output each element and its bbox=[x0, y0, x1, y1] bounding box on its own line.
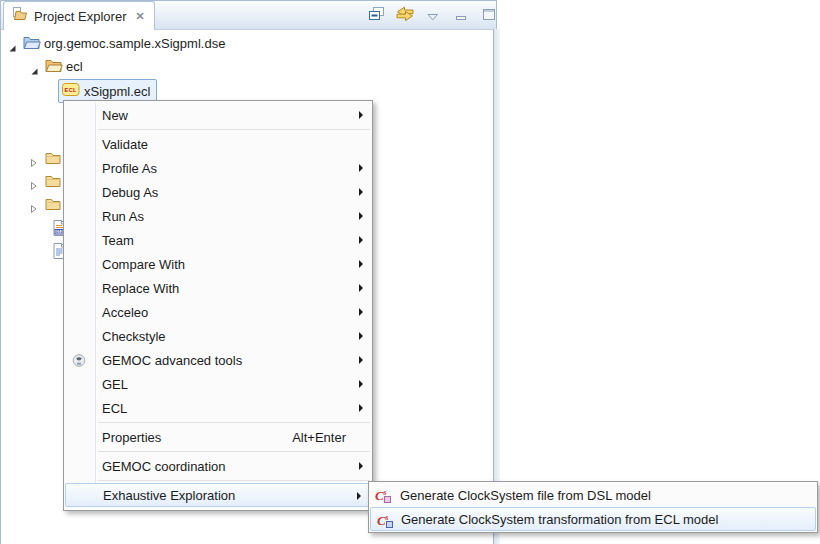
collapsed-arrow-icon[interactable] bbox=[30, 154, 38, 172]
menu-item-debug-as[interactable]: Debug As bbox=[64, 180, 372, 204]
gemoc-icon bbox=[72, 353, 86, 371]
minimize-icon bbox=[456, 7, 467, 25]
menu-item-gemoc-advanced-tools[interactable]: GEMOC advanced tools bbox=[64, 348, 372, 372]
submenu-item-label: Generate ClockSystem transformation from… bbox=[401, 512, 718, 527]
tree-item-xsigpml-ecl[interactable]: ECLxSigpml.ecl bbox=[1, 79, 496, 101]
menu-item-label: GEMOC coordination bbox=[102, 459, 226, 474]
submenu-arrow-icon bbox=[359, 236, 363, 244]
submenu-arrow-icon bbox=[359, 260, 363, 268]
ecl-file-icon: ECL bbox=[62, 82, 80, 100]
menu-item-label: Properties bbox=[102, 430, 161, 445]
menu-item-checkstyle[interactable]: Checkstyle bbox=[64, 324, 372, 348]
menu-item-properties[interactable]: PropertiesAlt+Enter bbox=[64, 425, 372, 449]
link-with-editor-button[interactable] bbox=[395, 6, 415, 26]
view-menu-button[interactable] bbox=[423, 6, 443, 26]
menu-separator bbox=[98, 451, 370, 452]
submenu-item-generate-clocksystem-transformation-from-ecl-model[interactable]: CsGenerate ClockSystem transformation fr… bbox=[370, 507, 816, 531]
exhaustive-exploration-submenu: CsGenerate ClockSystem file from DSL mod… bbox=[368, 481, 818, 533]
menu-item-label: Compare With bbox=[102, 257, 185, 272]
project-folder-icon bbox=[23, 36, 41, 54]
collapse-all-button[interactable] bbox=[367, 6, 387, 26]
menu-item-label: Validate bbox=[102, 137, 148, 152]
submenu-item-label: Generate ClockSystem file from DSL model bbox=[400, 488, 651, 503]
menu-item-profile-as[interactable]: Profile As bbox=[64, 156, 372, 180]
collapsed-arrow-icon[interactable] bbox=[30, 177, 38, 195]
menu-item-label: Checkstyle bbox=[102, 329, 166, 344]
tree-item-label: ecl bbox=[66, 59, 83, 74]
submenu-arrow-icon bbox=[359, 164, 363, 172]
closed-folder-icon bbox=[45, 174, 61, 192]
submenu-arrow-icon bbox=[359, 332, 363, 340]
menu-item-acceleo[interactable]: Acceleo bbox=[64, 300, 372, 324]
svg-text:s: s bbox=[383, 488, 387, 497]
submenu-arrow-icon bbox=[359, 111, 363, 119]
link-editor-icon bbox=[395, 6, 415, 26]
menu-item-new[interactable]: New bbox=[64, 103, 372, 127]
menu-item-label: GEL bbox=[102, 377, 128, 392]
menu-item-gemoc-coordination[interactable]: GEMOC coordination bbox=[64, 454, 372, 478]
menu-item-label: Acceleo bbox=[102, 305, 148, 320]
submenu-arrow-icon bbox=[359, 308, 363, 316]
workbench: Project Explorer ✕ org.gemoc.sample.xSig… bbox=[0, 0, 820, 544]
tab-project-explorer[interactable]: Project Explorer ✕ bbox=[3, 1, 155, 30]
menu-separator bbox=[98, 129, 370, 130]
menu-item-label: GEMOC advanced tools bbox=[102, 353, 242, 368]
menu-item-replace-with[interactable]: Replace With bbox=[64, 276, 372, 300]
menu-item-label: Run As bbox=[102, 209, 144, 224]
menu-item-label: New bbox=[102, 108, 128, 123]
submenu-arrow-icon bbox=[359, 356, 363, 364]
menu-item-team[interactable]: Team bbox=[64, 228, 372, 252]
close-icon[interactable]: ✕ bbox=[132, 10, 144, 23]
tree-item-label: org.gemoc.sample.xSigpml.dse bbox=[44, 36, 225, 51]
menu-item-label: Replace With bbox=[102, 281, 179, 296]
menu-item-compare-with[interactable]: Compare With bbox=[64, 252, 372, 276]
expanded-arrow-icon[interactable] bbox=[30, 62, 39, 80]
menu-item-ecl[interactable]: ECL bbox=[64, 396, 372, 420]
view-resize-sash[interactable] bbox=[493, 29, 500, 544]
view-tab-bar: Project Explorer ✕ bbox=[1, 1, 496, 30]
submenu-arrow-icon bbox=[359, 380, 363, 388]
maximize-button[interactable] bbox=[479, 6, 499, 26]
expanded-arrow-icon[interactable] bbox=[8, 39, 17, 57]
menu-item-run-as[interactable]: Run As bbox=[64, 204, 372, 228]
submenu-arrow-icon bbox=[359, 462, 363, 470]
menu-item-validate[interactable]: Validate bbox=[64, 132, 372, 156]
clocksystem-ecl-icon: Cs bbox=[377, 512, 393, 531]
svg-text:s: s bbox=[385, 513, 389, 522]
maximize-icon bbox=[483, 7, 496, 25]
minimize-button[interactable] bbox=[451, 6, 471, 26]
context-menu: NewValidateProfile AsDebug AsRun AsTeamC… bbox=[63, 100, 373, 511]
open-folder-icon bbox=[45, 59, 63, 77]
view-menu-icon bbox=[427, 7, 439, 25]
tree-item-org-gemoc-sample-xsigpml-dse[interactable]: org.gemoc.sample.xSigpml.dse bbox=[1, 33, 496, 55]
menu-item-label: Exhaustive Exploration bbox=[103, 488, 235, 503]
closed-folder-icon bbox=[45, 151, 61, 169]
menu-item-label: ECL bbox=[102, 401, 127, 416]
clocksystem-dsl-icon: Cs bbox=[375, 487, 391, 506]
menu-separator bbox=[98, 480, 370, 481]
submenu-arrow-icon bbox=[359, 404, 363, 412]
menu-item-exhaustive-exploration[interactable]: Exhaustive Exploration bbox=[65, 483, 371, 507]
collapse-all-icon bbox=[368, 6, 386, 26]
submenu-arrow-icon bbox=[359, 188, 363, 196]
submenu-arrow-icon bbox=[357, 492, 361, 500]
project-explorer-icon bbox=[12, 6, 28, 26]
menu-item-shortcut: Alt+Enter bbox=[292, 430, 346, 445]
submenu-arrow-icon bbox=[359, 212, 363, 220]
menu-item-gel[interactable]: GEL bbox=[64, 372, 372, 396]
menu-item-label: Team bbox=[102, 233, 134, 248]
view-toolbar bbox=[367, 1, 499, 30]
tab-title: Project Explorer bbox=[34, 9, 126, 24]
submenu-arrow-icon bbox=[359, 284, 363, 292]
submenu-item-generate-clocksystem-file-from-dsl-model[interactable]: CsGenerate ClockSystem file from DSL mod… bbox=[369, 483, 817, 507]
menu-item-label: Profile As bbox=[102, 161, 157, 176]
menu-item-label: Debug As bbox=[102, 185, 158, 200]
tree-item-label: xSigpml.ecl bbox=[84, 84, 150, 99]
collapsed-arrow-icon[interactable] bbox=[30, 200, 38, 218]
svg-text:ECL: ECL bbox=[65, 87, 78, 93]
menu-separator bbox=[98, 422, 370, 423]
closed-folder-icon bbox=[45, 197, 61, 215]
tree-item-ecl[interactable]: ecl bbox=[1, 56, 496, 78]
